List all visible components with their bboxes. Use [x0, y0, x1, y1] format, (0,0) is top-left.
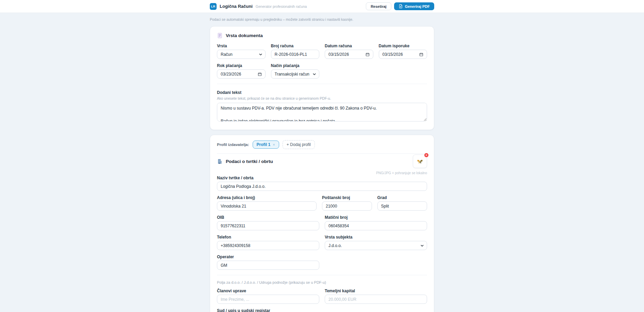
autosave-note: Podaci se automatski spremaju u pregledn…: [210, 17, 434, 21]
rok-placanja-value: 03/23/2026: [221, 72, 241, 77]
grad-label: Grad: [377, 195, 427, 200]
adresa-label: Adresa (ulica i broj): [217, 195, 317, 200]
datum-racuna-input[interactable]: 03/15/2026: [325, 50, 373, 59]
topbar: LR Logična Računi Generator profesionaln…: [0, 0, 644, 13]
temeljni-kapital-input[interactable]: [325, 295, 427, 304]
datum-isporuke-input[interactable]: 03/15/2026: [379, 50, 427, 59]
oib-label: OIB: [217, 215, 319, 220]
dodani-tekst-label: Dodani tekst: [217, 90, 241, 95]
adresa-input[interactable]: [217, 201, 317, 211]
datum-racuna-value: 03/15/2026: [328, 52, 349, 57]
generate-pdf-button[interactable]: Generiraj PDF: [394, 2, 434, 10]
datum-racuna-label: Datum računa: [325, 44, 373, 48]
generate-pdf-label: Generiraj PDF: [405, 4, 430, 9]
building-icon: [217, 159, 223, 164]
document-card: Vrsta dokumenta Vrsta Račun Broj računa: [210, 26, 434, 130]
rok-placanja-input[interactable]: 03/23/2026: [217, 69, 266, 79]
maticni-broj-label: Matični broj: [325, 215, 427, 220]
app-logo: LR: [210, 3, 217, 10]
vrsta-select[interactable]: Račun: [217, 50, 266, 59]
remove-logo-button[interactable]: ×: [424, 153, 429, 158]
remove-profile-icon[interactable]: ×: [273, 143, 275, 147]
postanski-broj-input[interactable]: [322, 201, 372, 211]
profile-bar-label: Profil izdavatelja:: [217, 143, 249, 147]
company-card-title: Podaci o tvrtki / obrtu: [226, 159, 273, 164]
telefon-label: Telefon: [217, 235, 319, 240]
vrsta-label: Vrsta: [217, 44, 266, 48]
divider: [217, 84, 427, 84]
profile-chip-label: Profil 1: [257, 142, 271, 147]
dodani-tekst-textarea[interactable]: Nismo u sustavu PDV-a. PDV nije obračuna…: [217, 103, 427, 121]
grad-input[interactable]: [377, 201, 427, 211]
receipt-icon: [217, 33, 223, 38]
clanovi-uprave-input[interactable]: [217, 295, 319, 304]
company-logo-upload[interactable]: ×: [413, 154, 427, 168]
operater-input[interactable]: [217, 261, 319, 270]
calendar-icon[interactable]: [366, 52, 370, 56]
divider: [217, 275, 427, 275]
naziv-input[interactable]: [217, 182, 427, 191]
app-subtitle: Generator profesionalnih računa: [256, 4, 307, 9]
add-profile-button[interactable]: + Dodaj profil: [283, 140, 315, 149]
broj-racuna-label: Broj računa: [271, 44, 320, 48]
app-title: Logična Računi: [220, 4, 253, 9]
naziv-label: Naziv tvrtke / obrta: [217, 176, 427, 180]
pdf-download-icon: [399, 4, 403, 9]
nacin-placanja-label: Način plaćanja: [271, 63, 320, 68]
reset-button[interactable]: Resetiraj: [366, 2, 391, 10]
maticni-broj-input[interactable]: [325, 221, 427, 230]
dodani-tekst-helper: Ako unesete tekst, prikazat će se na dnu…: [217, 96, 427, 100]
vrsta-subjekta-select[interactable]: J.d.o.o.: [325, 241, 427, 250]
nacin-placanja-select[interactable]: Transakcijski račun: [271, 69, 320, 79]
vrsta-subjekta-label: Vrsta subjekta: [325, 235, 427, 240]
rok-placanja-label: Rok plaćanja: [217, 63, 266, 68]
postanski-broj-label: Poštanski broj: [322, 195, 372, 200]
datum-isporuke-label: Datum isporuke: [379, 44, 427, 48]
operater-label: Operater: [217, 254, 319, 259]
logo-storage-note: PNG/JPG + pohranjuje se lokalno: [376, 171, 427, 175]
company-logo-image: [417, 159, 423, 164]
calendar-icon[interactable]: [419, 52, 423, 56]
datum-isporuke-value: 03/15/2026: [383, 52, 403, 57]
oib-input[interactable]: [217, 221, 319, 230]
broj-racuna-input[interactable]: [271, 50, 320, 59]
telefon-input[interactable]: [217, 241, 319, 250]
document-card-title: Vrsta dokumenta: [226, 33, 263, 38]
clanovi-uprave-label: Članovi uprave: [217, 289, 319, 293]
profile-chip[interactable]: Profil 1 ×: [253, 141, 279, 149]
sudski-registar-label: Sud / upis u sudski registar: [217, 308, 427, 312]
company-card: Profil izdavatelja: Profil 1 × + Dodaj p…: [210, 135, 434, 312]
temeljni-kapital-label: Temeljni kapital: [325, 289, 427, 293]
calendar-icon[interactable]: [258, 72, 262, 76]
legal-fields-note: Polja za d.o.o. / J.d.o.o. / Udruga podn…: [217, 280, 427, 284]
